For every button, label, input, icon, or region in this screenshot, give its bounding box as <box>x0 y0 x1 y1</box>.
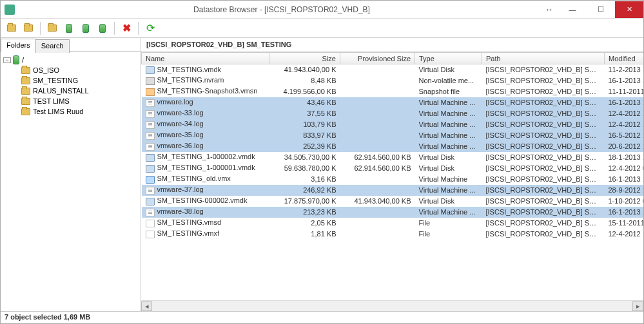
file-icon <box>146 231 155 238</box>
cell-path: [ISCSI_ROPSTOR02_VHD_B] SM_T... <box>482 86 605 97</box>
tree-item[interactable]: TEST LIMS <box>3 96 138 106</box>
close-button[interactable]: ✕ <box>615 1 643 18</box>
table-row[interactable]: vmware-33.log37,55 KBVirtual Machine ...… <box>142 108 644 119</box>
table-row[interactable]: vmware-34.log103,79 KBVirtual Machine ..… <box>142 119 644 130</box>
datastore-icon <box>99 24 106 33</box>
cell-provisioned <box>340 130 415 141</box>
cell-modified: 18-1-2013 14:5 <box>605 152 644 163</box>
table-row[interactable]: SM_TESTING.vmsd2,05 KBFile[ISCSI_ROPSTOR… <box>142 218 644 229</box>
cell-name: SM_TESTING-000002.vmdk <box>157 196 248 204</box>
cell-name: vmware-38.log <box>157 207 204 215</box>
cell-modified: 16-1-2013 17:1 <box>605 207 644 218</box>
separator <box>40 22 41 35</box>
tree-item[interactable]: RALUS_INSTALL <box>3 86 138 96</box>
scroll-left-icon[interactable]: ◂ <box>141 301 152 311</box>
col-provisioned[interactable]: Provisioned Size <box>340 53 415 64</box>
tree-item[interactable]: OS_ISO <box>3 65 138 75</box>
tree-item-label: TEST LIMS <box>33 97 70 105</box>
tree-root[interactable]: − / <box>3 55 138 65</box>
toolbar: ✖ ⟳ <box>1 19 643 38</box>
cell-size: 252,39 KB <box>269 141 340 152</box>
scroll-right-icon[interactable]: ▸ <box>632 301 643 311</box>
col-name[interactable]: Name <box>142 53 269 64</box>
maximize-button[interactable]: ☐ <box>587 1 615 18</box>
table-row[interactable]: vmware-36.log252,39 KBVirtual Machine ..… <box>142 141 644 152</box>
tab-folders[interactable]: Folders <box>1 39 36 52</box>
delete-icon: ✖ <box>122 22 131 34</box>
new-folder-button[interactable] <box>5 21 19 35</box>
cell-modified: 16-5-2012 16:2 <box>605 130 644 141</box>
folder-icon <box>21 98 30 105</box>
tree-item-label: SM_TESTING <box>33 77 78 84</box>
horizontal-scrollbar[interactable]: ◂ ▸ <box>141 300 643 311</box>
table-row[interactable]: SM_TESTING.vmxf1,81 KBFile[ISCSI_ROPSTOR… <box>142 229 644 240</box>
table-row[interactable]: SM_TESTING-000002.vmdk17.875.970,00 K41.… <box>142 196 644 207</box>
table-row[interactable]: vmware-35.log833,97 KBVirtual Machine ..… <box>142 130 644 141</box>
cell-type: Virtual Machine ... <box>415 207 482 218</box>
cell-name: vmware-33.log <box>157 109 204 117</box>
datastore-button-3[interactable] <box>95 21 110 35</box>
cell-provisioned <box>340 97 415 108</box>
col-size[interactable]: Size <box>269 53 340 64</box>
cell-modified: 1-10-2012 07:4 <box>605 196 644 207</box>
window-title: Datastore Browser - [ISCSI_ROPSTOR02_VHD… <box>19 5 545 14</box>
cell-name: vmware.log <box>157 98 193 106</box>
cell-size: 41.943.040,00 K <box>269 64 340 75</box>
table-row[interactable]: vmware-38.log213,23 KBVirtual Machine ..… <box>142 207 644 218</box>
tree-item[interactable]: SM_TESTING <box>3 75 138 86</box>
table-row[interactable]: SM_TESTING.vmdk41.943.040,00 KVirtual Di… <box>142 64 644 75</box>
vmdk-icon <box>146 66 155 74</box>
cell-size: 213,23 KB <box>269 207 340 218</box>
col-path[interactable]: Path <box>482 53 605 64</box>
log-icon <box>146 143 155 151</box>
cell-type: Virtual Disk <box>415 196 482 207</box>
cell-size: 246,92 KB <box>269 185 340 196</box>
up-folder-button[interactable] <box>21 21 35 35</box>
datastore-button-1[interactable] <box>62 21 76 35</box>
cell-path: [ISCSI_ROPSTOR02_VHD_B] SM_T... <box>482 185 605 196</box>
minimize-button[interactable]: — <box>558 1 587 18</box>
content-panel: [ISCSI_ROPSTOR02_VHD_B] SM_TESTING Name … <box>141 38 643 311</box>
log-icon <box>146 110 155 118</box>
table-row[interactable]: vmware-37.log246,92 KBVirtual Machine ..… <box>142 185 644 196</box>
tab-search[interactable]: Search <box>35 39 70 53</box>
log-icon <box>146 187 155 195</box>
cell-type: Non-volatile me... <box>415 75 482 86</box>
cell-path: [ISCSI_ROPSTOR02_VHD_B] SM_T... <box>482 75 605 86</box>
file-list[interactable]: Name Size Provisioned Size Type Path Mod… <box>141 52 643 300</box>
cell-provisioned <box>340 86 415 97</box>
collapse-icon[interactable]: − <box>3 57 11 63</box>
table-row[interactable]: SM_TESTING_old.vmx3,16 KBVirtual Machine… <box>142 174 644 185</box>
snap-icon <box>146 88 155 96</box>
log-icon <box>146 132 155 140</box>
table-row[interactable]: SM_TESTING_1-000001.vmdk59.638.780,00 K6… <box>142 163 644 174</box>
table-row[interactable]: SM_TESTING-Snapshot3.vmsn4.199.566,00 KB… <box>142 86 644 97</box>
file-icon <box>146 220 155 227</box>
vmx-icon <box>146 176 155 184</box>
refresh-icon: ⟳ <box>146 22 155 34</box>
folder-tree[interactable]: − / OS_ISOSM_TESTINGRALUS_INSTALLTEST LI… <box>1 52 141 311</box>
table-row[interactable]: vmware.log43,46 KBVirtual Machine ...[IS… <box>142 97 644 108</box>
delete-button[interactable]: ✖ <box>119 21 133 35</box>
folder-button[interactable] <box>45 21 59 35</box>
cell-provisioned <box>340 141 415 152</box>
cell-type: File <box>415 218 482 229</box>
cell-provisioned <box>340 229 415 240</box>
folder-icon <box>21 88 30 95</box>
cell-path: [ISCSI_ROPSTOR02_VHD_B] SM_T... <box>482 97 605 108</box>
separator <box>138 22 139 35</box>
refresh-button[interactable]: ⟳ <box>143 21 157 35</box>
cell-modified: 28-9-2012 15:5 <box>605 185 644 196</box>
col-modified[interactable]: Modified <box>605 53 644 64</box>
cell-name: SM_TESTING.vmxf <box>157 229 220 237</box>
tree-item[interactable]: Test LIMS Ruud <box>3 106 138 117</box>
cell-provisioned <box>340 207 415 218</box>
table-row[interactable]: SM_TESTING.nvram8,48 KBNon-volatile me..… <box>142 75 644 86</box>
cell-provisioned: 41.943.040,00 KB <box>340 196 415 207</box>
cell-modified: 11-11-2011 16: <box>605 86 644 97</box>
col-type[interactable]: Type <box>415 53 482 64</box>
cell-name: SM_TESTING_1-000002.vmdk <box>157 153 255 160</box>
table-row[interactable]: SM_TESTING_1-000002.vmdk34.505.730,00 K6… <box>142 152 644 163</box>
cell-provisioned <box>340 64 415 75</box>
datastore-button-2[interactable] <box>79 21 93 35</box>
